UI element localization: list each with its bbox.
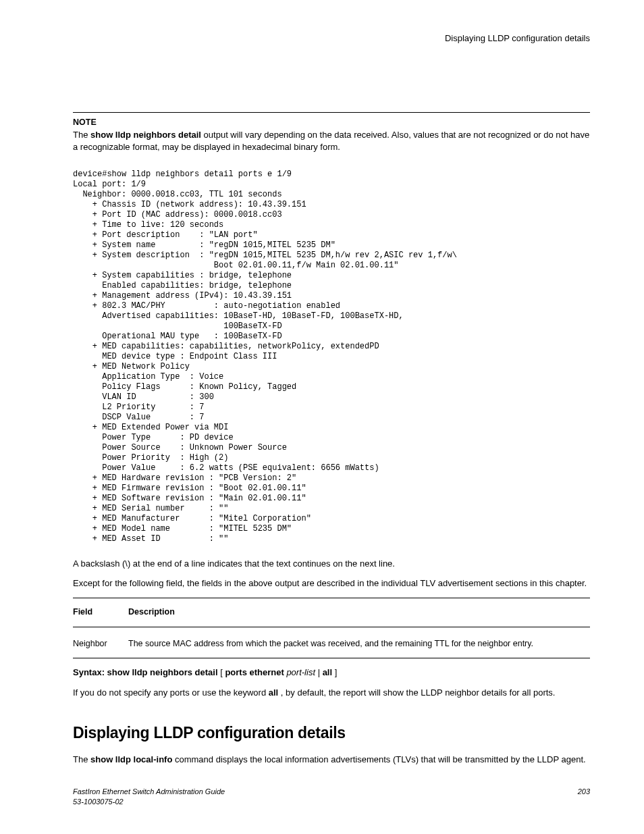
note-body: The show lldp neighbors detail output wi… [73, 129, 590, 153]
syntax-all: all [323, 667, 332, 677]
section-body-after: command displays the local information a… [172, 754, 585, 764]
th-description: Description [128, 602, 590, 622]
footer-page-number: 203 [578, 787, 590, 807]
section-body-command: show lldp local-info [90, 754, 172, 764]
table-rule-bottom [73, 658, 590, 658]
footer-left: FastIron Ethernet Switch Administration … [73, 787, 225, 807]
default-after: , by default, the report will show the L… [278, 687, 555, 698]
field-table: Field Description [73, 602, 590, 622]
note-command: show lldp neighbors detail [90, 130, 201, 140]
footer-doc-number: 53-1003075-02 [73, 797, 225, 807]
paragraph-default: If you do not specify any ports or use t… [73, 687, 590, 699]
th-field: Field [73, 602, 128, 622]
paragraph-except: Except for the following field, the fiel… [73, 577, 590, 590]
syntax-pipe: | [315, 667, 323, 677]
table-rule-top [73, 598, 590, 598]
paragraph-backslash: A backslash (\) at the end of a line ind… [73, 558, 590, 570]
syntax-ports: ports ethernet [225, 667, 284, 677]
rule-top [73, 112, 590, 113]
syntax-bracket-close: ] [332, 667, 337, 677]
syntax-portlist: port-list [284, 667, 315, 677]
syntax-prefix: Syntax: show lldp neighbors detail [73, 667, 218, 677]
running-header: Displaying LLDP configuration details [73, 32, 590, 45]
field-table-body: Neighbor The source MAC address from whi… [73, 633, 590, 655]
default-before: If you do not specify any ports or use t… [73, 687, 269, 698]
syntax-bracket-open: [ [218, 667, 225, 677]
footer-guide-title: FastIron Ethernet Switch Administration … [73, 787, 225, 797]
note-text-before: The [73, 130, 90, 140]
section-body-before: The [73, 754, 90, 764]
page-footer: FastIron Ethernet Switch Administration … [73, 787, 590, 807]
section-body: The show lldp local-info command display… [73, 754, 590, 766]
td-field: Neighbor [73, 633, 128, 655]
section-heading: Displaying LLDP configuration details [73, 723, 590, 744]
syntax-line: Syntax: show lldp neighbors detail [ por… [73, 667, 590, 679]
table-row: Neighbor The source MAC address from whi… [73, 633, 590, 655]
note-label: NOTE [73, 117, 590, 128]
td-description: The source MAC address from which the pa… [128, 633, 590, 655]
table-header-row: Field Description [73, 602, 590, 622]
table-rule-mid [73, 627, 590, 627]
cli-output: device#show lldp neighbors detail ports … [73, 170, 590, 544]
default-bold: all [269, 687, 278, 698]
